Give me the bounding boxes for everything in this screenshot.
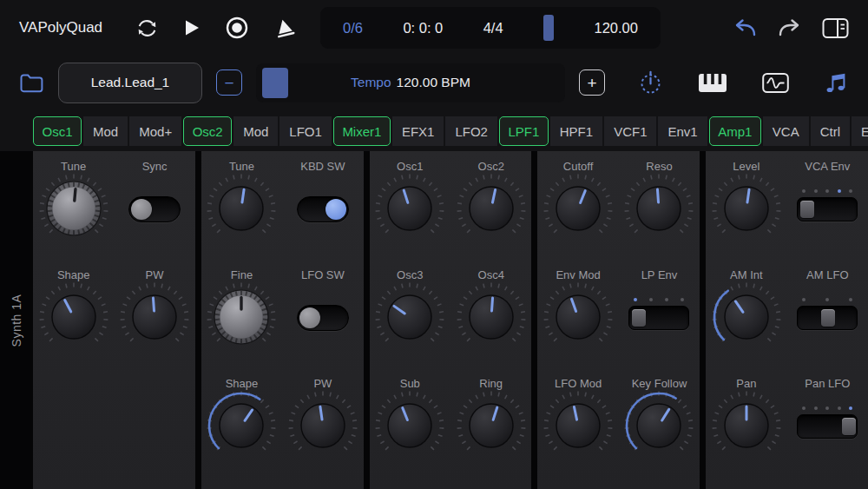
step-dot xyxy=(838,406,841,410)
folder-button[interactable] xyxy=(19,72,44,93)
tab-osc1-0[interactable]: Osc1 xyxy=(33,116,82,146)
selector-track xyxy=(797,306,858,330)
step-dot xyxy=(802,406,806,410)
tab-env1-12[interactable]: Env1 xyxy=(658,116,707,146)
preset-name-button[interactable]: Lead.Lead_1 xyxy=(58,63,202,103)
titlebar-right-buttons xyxy=(732,17,849,39)
transport-display[interactable]: 0/6 0: 0: 0 4/4 120.00 xyxy=(320,7,661,49)
tab-hpf1-10[interactable]: HPF1 xyxy=(550,116,602,146)
sub-knob[interactable] xyxy=(372,387,448,464)
step-dot xyxy=(849,189,852,193)
lfo-sw-switch[interactable] xyxy=(297,305,349,331)
play-icon xyxy=(181,17,202,38)
am-lfo-selector[interactable] xyxy=(797,298,858,330)
tab-efx1-7[interactable]: EFX1 xyxy=(392,116,444,146)
tab-vcf1-11[interactable]: VCF1 xyxy=(604,116,656,146)
pw-knob[interactable] xyxy=(116,279,193,355)
cycle-button[interactable] xyxy=(135,17,159,40)
osc4-knob[interactable] xyxy=(453,279,529,355)
control-label: LFO SW xyxy=(301,268,345,281)
pan-knob[interactable] xyxy=(708,387,785,464)
tempo-drag-handle[interactable] xyxy=(262,68,288,98)
synth-side-label: Synth 1A xyxy=(0,151,33,489)
pan-lfo-selector[interactable] xyxy=(797,406,858,439)
keyboard-icon xyxy=(698,73,727,93)
scope-view-button[interactable] xyxy=(762,72,789,94)
bell-button[interactable] xyxy=(272,17,298,40)
tempo-bar[interactable]: Tempo 120.00 BPM xyxy=(256,63,565,102)
redo-icon xyxy=(777,17,803,39)
tab-mixer1-6[interactable]: Mixer1 xyxy=(333,116,391,146)
tempo-increment-button[interactable]: + xyxy=(579,69,605,96)
osc2-knob[interactable] xyxy=(453,170,529,247)
switch-thumb xyxy=(326,199,346,220)
tab-mod-2[interactable]: Mod+ xyxy=(129,116,181,146)
sync-switch[interactable] xyxy=(128,196,181,222)
control-label: AM LFO xyxy=(806,268,848,281)
osc1-control: Osc1 xyxy=(370,155,450,263)
notes-view-button[interactable] xyxy=(824,71,847,95)
vca-env-selector[interactable] xyxy=(797,189,858,221)
key-follow-knob[interactable] xyxy=(621,387,697,464)
osc3-knob[interactable] xyxy=(372,279,448,355)
tab-env2-16[interactable]: Env2 xyxy=(852,116,868,146)
step-dot xyxy=(849,298,852,301)
tempo-fader-handle[interactable] xyxy=(543,15,554,41)
transport-buttons xyxy=(135,16,298,40)
tab-amp1-13[interactable]: Amp1 xyxy=(709,116,761,146)
step-dot xyxy=(802,298,806,301)
transport-meter: 4/4 xyxy=(483,20,503,36)
pw-knob[interactable] xyxy=(285,387,361,464)
ring-control: Ring xyxy=(450,372,531,480)
control-label: LP Env xyxy=(641,268,678,281)
preset-toolbar: Lead.Lead_1 − Tempo 120.00 BPM + xyxy=(0,56,868,109)
play-button[interactable] xyxy=(181,17,202,38)
tab-lfo1-5[interactable]: LFO1 xyxy=(279,116,332,146)
reso-control: Reso xyxy=(619,155,700,263)
reso-knob[interactable] xyxy=(621,170,697,247)
tab-mod-4[interactable]: Mod xyxy=(233,116,278,146)
shape-knob[interactable] xyxy=(36,279,112,355)
control-label: Pan LFO xyxy=(805,377,850,390)
fine-knob[interactable] xyxy=(203,279,279,355)
shape-knob[interactable] xyxy=(203,387,279,464)
tab-lpf1-9[interactable]: LPF1 xyxy=(499,116,549,146)
tune-knob[interactable] xyxy=(36,170,112,247)
step-dot xyxy=(814,189,818,193)
tempo-decrement-button[interactable]: − xyxy=(216,69,242,96)
selector-thumb xyxy=(842,418,856,435)
level-knob[interactable] xyxy=(708,170,785,247)
ring-knob[interactable] xyxy=(453,387,529,464)
osc1-knob[interactable] xyxy=(372,170,448,247)
tab-mod-1[interactable]: Mod xyxy=(83,116,128,146)
lfo-sw-control: LFO SW xyxy=(282,263,363,372)
env-mod-knob[interactable] xyxy=(540,279,616,355)
panel-amp1: LevelVCA EnvAM IntAM LFOPanPan LFO xyxy=(706,151,868,489)
cutoff-knob[interactable] xyxy=(540,170,616,247)
metronome-button[interactable] xyxy=(638,70,663,96)
tab-bar: Osc1ModMod+Osc2ModLFO1Mixer1EFX1LFO2LPF1… xyxy=(33,116,868,146)
record-button[interactable] xyxy=(225,16,249,40)
panel-osc2: TuneKBD SWFineLFO SWShapePW xyxy=(201,151,364,489)
tempo-value: 120.00 BPM xyxy=(397,75,470,90)
osc2-control: Osc2 xyxy=(450,155,531,263)
selector-thumb xyxy=(632,309,646,327)
waveform-icon xyxy=(762,72,789,94)
keyboard-view-button[interactable] xyxy=(698,73,727,93)
tab-ctrl-15[interactable]: Ctrl xyxy=(811,116,850,146)
redo-button[interactable] xyxy=(777,17,803,39)
undo-button[interactable] xyxy=(732,17,758,39)
record-icon xyxy=(225,16,249,40)
kbd-sw-switch[interactable] xyxy=(297,196,349,222)
tune-knob[interactable] xyxy=(203,170,279,247)
lfo-mod-knob[interactable] xyxy=(540,387,616,464)
lp-env-selector[interactable] xyxy=(628,298,689,330)
sync-control: Sync xyxy=(114,155,194,263)
tab-lfo2-8[interactable]: LFO2 xyxy=(445,116,497,146)
control-label: KBD SW xyxy=(300,160,345,173)
am-int-knob[interactable] xyxy=(708,279,785,355)
layout-toggle-button[interactable] xyxy=(822,17,849,39)
tab-osc2-3[interactable]: Osc2 xyxy=(183,116,232,146)
cycle-icon xyxy=(135,17,159,40)
tab-vca-14[interactable]: VCA xyxy=(763,116,809,146)
